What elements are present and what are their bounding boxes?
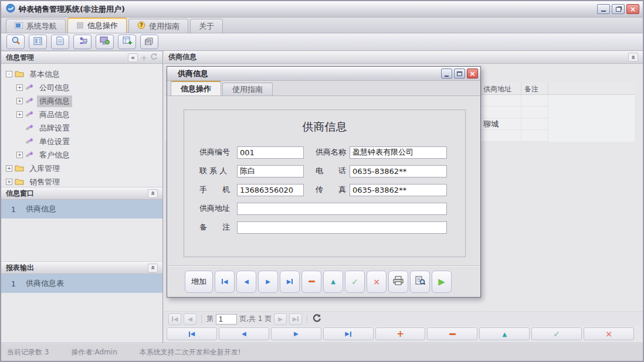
expander[interactable]: - [6, 71, 12, 77]
main-toolbar [1, 33, 643, 51]
mobile-input[interactable] [237, 184, 304, 196]
collapse-panel-button[interactable]: « [128, 53, 138, 62]
run-button[interactable]: ▶ [432, 271, 452, 293]
restore-button[interactable] [612, 4, 625, 14]
document-button[interactable] [51, 35, 69, 49]
dlg-prev-button[interactable]: ◀ [236, 271, 256, 293]
column-header-remark[interactable]: 备注 [521, 83, 548, 94]
add-button[interactable]: 增加 [185, 271, 213, 293]
fax-input[interactable] [350, 184, 447, 196]
dialog-tab-guide[interactable]: 使用指南 [222, 83, 273, 95]
post-record-icon: ✓ [553, 329, 560, 339]
page-next-button[interactable]: ▶ [274, 313, 287, 325]
minimize-button[interactable] [597, 4, 610, 14]
dialog-minimize-button[interactable] [441, 69, 452, 78]
tree-node-product-info[interactable]: + 商品信息 [1, 108, 162, 121]
list-item-supplier-report[interactable]: 1 供商信息表 [1, 274, 162, 293]
search-button[interactable] [6, 35, 25, 49]
remark-input[interactable] [237, 221, 447, 234]
folder-icon [15, 177, 24, 187]
close-button[interactable]: × [626, 4, 639, 14]
tree-node-supplier-info[interactable]: + 供商信息 [1, 94, 162, 108]
expander[interactable]: + [6, 179, 12, 185]
form-icon [33, 36, 42, 47]
dlg-first-button[interactable]: ◀ [215, 271, 235, 293]
refresh-icon[interactable] [150, 53, 158, 62]
dialog-title-bar[interactable]: 供商信息 × [167, 67, 480, 81]
supplier-code-input[interactable] [237, 146, 304, 159]
dlg-delete-button[interactable] [301, 271, 321, 293]
column-header-address[interactable]: 供商地址 [480, 83, 521, 94]
tree-node-brand-setting[interactable]: 品牌设置 [1, 121, 162, 135]
monitor-globe-button[interactable] [96, 35, 114, 49]
info-window-title: 信息窗口 [6, 189, 34, 199]
nav-next-button[interactable]: ▶ [271, 327, 321, 340]
title-bar: 钟表销售管理系统(非注册用户) × [1, 1, 643, 18]
collapse-main-panel-button[interactable]: « [628, 53, 638, 62]
dialog-close-button[interactable]: × [467, 69, 478, 78]
last-icon: ▶ [345, 331, 350, 337]
expander[interactable]: + [16, 152, 23, 158]
print-button[interactable] [388, 271, 408, 293]
user-manage-button[interactable] [73, 35, 91, 49]
dialog-maximize-button[interactable] [454, 69, 465, 78]
archive-button[interactable] [140, 35, 158, 49]
phone-input[interactable] [350, 165, 447, 177]
page-first-button[interactable]: ◀ [168, 313, 181, 325]
address-input[interactable] [237, 203, 447, 215]
dialog-body: 供商信息 供商编号 供商名称 联 系 人 电 话 手 机 传 真 [167, 97, 480, 297]
page-prev-button[interactable]: ◀ [184, 313, 196, 325]
tree-node-unit-setting[interactable]: 单位设置 [1, 135, 162, 148]
preview-button[interactable] [410, 271, 430, 293]
add-icon[interactable]: + [141, 53, 147, 62]
nav-prev-button[interactable]: ◀ [219, 327, 269, 340]
tree-node-inbound-manage[interactable]: + 入库管理 [1, 162, 162, 175]
list-item-label: 供商信息表 [26, 278, 64, 289]
record-delete-button[interactable] [427, 327, 477, 340]
form-view-button[interactable] [29, 35, 47, 49]
refresh-grid-icon[interactable] [312, 313, 321, 325]
cell-address: 聊城 [480, 118, 521, 130]
post-icon: ✓ [351, 277, 358, 286]
page-number-input[interactable] [216, 314, 237, 325]
tab-info-ops[interactable]: 信息操作 [67, 18, 127, 33]
collapse-info-window-button[interactable]: « [148, 189, 158, 198]
add-button-label: 增加 [191, 276, 206, 287]
tab-system-nav[interactable]: 系统导航 [6, 19, 66, 33]
page-label-suffix: 页,共 1 页 [239, 314, 272, 324]
contact-input[interactable] [237, 165, 304, 177]
dialog-maximize-icon [457, 71, 462, 76]
dlg-last-button[interactable]: ▶ [280, 271, 300, 293]
expander[interactable]: + [16, 84, 23, 91]
table-add-button[interactable] [118, 35, 136, 49]
tree-node-basic-info[interactable]: - 基本信息 [1, 67, 162, 81]
nav-last-button[interactable]: ▶ [323, 327, 374, 340]
tool-icon [25, 96, 34, 106]
main-tab-bar: 系统导航 信息操作 ? 使用指南 关于 [1, 18, 643, 33]
dialog-tab-bar: 信息操作 使用指南 [167, 81, 480, 96]
supplier-name-input[interactable] [350, 146, 447, 159]
record-edit-button[interactable]: ▲ [479, 327, 530, 340]
first-icon: ◀ [191, 331, 195, 337]
page-last-button[interactable]: ▶ [289, 313, 302, 325]
record-post-button[interactable]: ✓ [531, 327, 582, 340]
record-add-button[interactable]: + [375, 327, 426, 340]
tab-about[interactable]: 关于 [190, 19, 223, 33]
pagination-bar: ◀ ◀ 第 页,共 1 页 ▶ ▶ [164, 311, 643, 326]
tree-node-customer-info[interactable]: + 客户信息 [1, 148, 162, 162]
expander[interactable]: + [6, 165, 12, 172]
tab-guide[interactable]: ? 使用指南 [128, 19, 188, 33]
expander[interactable]: + [16, 111, 23, 118]
dlg-edit-button[interactable]: ▲ [323, 271, 343, 293]
dialog-tab-info-ops[interactable]: 信息操作 [171, 81, 221, 95]
collapse-report-button[interactable]: « [148, 264, 158, 272]
tree-node-company-info[interactable]: + 公司信息 [1, 81, 162, 94]
expander[interactable]: + [16, 98, 23, 104]
nav-first-button[interactable]: ◀ [167, 327, 217, 340]
dlg-cancel-button[interactable]: × [367, 271, 387, 293]
dlg-next-button[interactable]: ▶ [258, 271, 278, 293]
list-item-supplier-info[interactable]: 1 供商信息 [1, 200, 162, 218]
tree-node-sales-manage[interactable]: + 销售管理 [1, 175, 162, 187]
record-cancel-button[interactable]: × [584, 327, 634, 340]
dlg-post-button[interactable]: ✓ [345, 271, 365, 293]
